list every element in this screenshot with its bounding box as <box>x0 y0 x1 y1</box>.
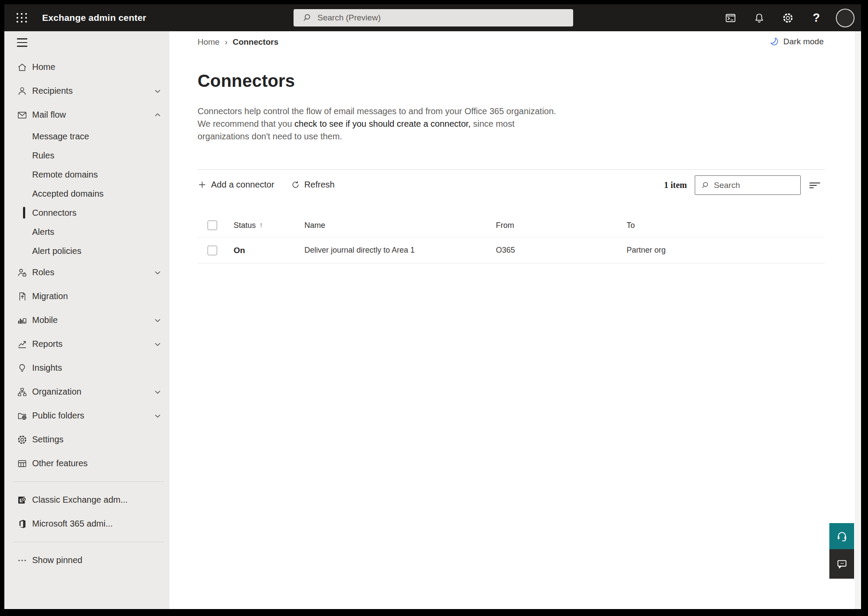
top-bar-icons: ? <box>716 4 859 31</box>
folder-globe-icon <box>17 411 27 421</box>
sidebar-item-show-pinned[interactable]: Show pinned <box>4 548 169 572</box>
sidebar-item-label: Insights <box>32 363 62 373</box>
classic-exchange-logo-icon: E <box>17 495 27 505</box>
sidebar-item-other-features[interactable]: Other features <box>4 451 169 475</box>
sidebar-item-migration[interactable]: Migration <box>4 284 169 308</box>
sort-ascending-icon: ↑ <box>259 221 263 230</box>
sidebar-item-label: Rules <box>32 151 54 161</box>
column-header-status[interactable]: Status ↑ <box>234 221 304 230</box>
main-content: Home › Connectors Dark mode Connectors C… <box>169 31 855 609</box>
sidebar-item-label: Home <box>32 62 55 72</box>
sidebar-item-label: Mail flow <box>32 110 66 120</box>
sidebar-item-accepted-domains[interactable]: Accepted domains <box>4 184 169 203</box>
plus-icon <box>198 180 207 189</box>
sidebar-item-message-trace[interactable]: Message trace <box>4 127 169 146</box>
headset-icon <box>836 530 848 542</box>
add-connector-button[interactable]: Add a connector <box>198 180 274 190</box>
global-search-box[interactable] <box>294 9 573 26</box>
sidebar-item-alerts[interactable]: Alerts <box>4 222 169 241</box>
sidebar-item-label: Connectors <box>32 208 76 218</box>
sidebar-item-recipients[interactable]: Recipients <box>4 79 169 103</box>
table-header-row: Status ↑ Name From To <box>198 214 825 237</box>
account-avatar[interactable] <box>831 4 859 31</box>
cell-status: On <box>234 246 304 255</box>
list-tools: 1 item <box>664 175 821 195</box>
floating-buttons <box>829 523 854 579</box>
chevron-up-icon[interactable] <box>153 111 162 119</box>
global-search-input[interactable] <box>317 13 552 23</box>
sidebar-item-rules[interactable]: Rules <box>4 146 169 165</box>
lightbulb-icon <box>17 363 27 373</box>
chevron-down-icon[interactable] <box>153 268 162 277</box>
sidebar-item-mail-flow[interactable]: Mail flow <box>4 103 169 127</box>
chevron-down-icon[interactable] <box>153 316 162 325</box>
sidebar-item-label: Reports <box>32 339 63 349</box>
row-checkbox-cell <box>198 246 234 255</box>
connectors-table: Status ↑ Name From To On Deliver journal… <box>198 214 825 264</box>
nav-divider <box>13 481 164 482</box>
row-checkbox[interactable] <box>208 246 217 255</box>
sidebar-item-mobile[interactable]: Mobile <box>4 308 169 332</box>
add-connector-label: Add a connector <box>211 180 274 190</box>
nav-list: Home Recipients Mail flow <box>4 54 169 572</box>
sidebar-item-public-folders[interactable]: Public folders <box>4 404 169 428</box>
list-search-input[interactable] <box>714 181 788 190</box>
column-header-to[interactable]: To <box>627 221 825 230</box>
content-divider <box>198 169 825 170</box>
settings-gear-icon[interactable] <box>773 4 802 31</box>
chevron-down-icon[interactable] <box>153 340 162 349</box>
powershell-terminal-icon[interactable] <box>716 4 745 31</box>
sidebar-item-classic-exchange-admin[interactable]: E Classic Exchange adm... <box>4 488 169 512</box>
reports-chart-icon <box>17 339 27 349</box>
collapse-nav-hamburger-icon[interactable] <box>4 31 169 54</box>
sidebar-item-remote-domains[interactable]: Remote domains <box>4 165 169 184</box>
list-search-box[interactable] <box>695 175 801 195</box>
sidebar-item-microsoft-365-admin[interactable]: Microsoft 365 admi... <box>4 512 169 536</box>
column-header-name[interactable]: Name <box>304 221 496 230</box>
column-header-from[interactable]: From <box>496 221 627 230</box>
header-checkbox-cell <box>198 221 234 230</box>
sidebar-item-label: Public folders <box>32 411 84 421</box>
refresh-button[interactable]: Refresh <box>291 180 335 190</box>
item-count: 1 item <box>664 180 687 190</box>
chevron-down-icon[interactable] <box>153 412 162 420</box>
sidebar-item-label: Migration <box>32 291 68 301</box>
sidebar-item-label: Show pinned <box>32 555 83 565</box>
vertical-scrollbar[interactable] <box>855 31 861 609</box>
top-bar: Exchange admin center <box>4 4 861 31</box>
sidebar-item-home[interactable]: Home <box>4 55 169 79</box>
sidebar-item-alert-policies[interactable]: Alert policies <box>4 241 169 260</box>
help-support-button[interactable] <box>829 523 854 549</box>
feedback-button[interactable] <box>829 549 854 579</box>
sidebar-item-reports[interactable]: Reports <box>4 332 169 356</box>
moon-icon <box>769 36 779 46</box>
cell-name[interactable]: Deliver journal directly to Area 1 <box>304 246 496 255</box>
refresh-label: Refresh <box>304 180 335 190</box>
microsoft-365-logo-icon <box>17 519 27 529</box>
mobile-devices-icon <box>17 315 27 326</box>
breadcrumb: Home › Connectors <box>198 37 278 47</box>
sidebar-item-label: Classic Exchange adm... <box>32 495 128 505</box>
sidebar-item-roles[interactable]: Roles <box>4 260 169 284</box>
app-launcher-icon[interactable] <box>16 12 27 23</box>
notifications-bell-icon[interactable] <box>745 4 773 31</box>
sidebar-item-settings[interactable]: Settings <box>4 428 169 451</box>
sidebar-item-insights[interactable]: Insights <box>4 356 169 380</box>
create-connector-check-link[interactable]: check to see if you should create a conn… <box>294 119 471 128</box>
page-description: Connectors help control the flow of emai… <box>198 105 564 143</box>
search-icon <box>701 181 710 190</box>
dark-mode-toggle[interactable]: Dark mode <box>769 36 824 46</box>
command-bar: Add a connector Refresh <box>198 175 335 194</box>
chevron-down-icon[interactable] <box>153 388 162 396</box>
sidebar-item-connectors[interactable]: Connectors <box>4 203 169 222</box>
chevron-down-icon[interactable] <box>153 87 162 96</box>
sidebar-item-organization[interactable]: Organization <box>4 380 169 404</box>
table-row[interactable]: On Deliver journal directly to Area 1 O3… <box>198 237 825 264</box>
breadcrumb-separator: › <box>225 38 228 47</box>
sidebar-item-label: Alert policies <box>32 246 81 256</box>
help-icon[interactable]: ? <box>802 4 831 31</box>
filter-lines-icon[interactable] <box>809 180 821 191</box>
select-all-checkbox[interactable] <box>208 221 217 230</box>
breadcrumb-home-link[interactable]: Home <box>198 37 220 47</box>
cell-to: Partner org <box>627 246 825 255</box>
